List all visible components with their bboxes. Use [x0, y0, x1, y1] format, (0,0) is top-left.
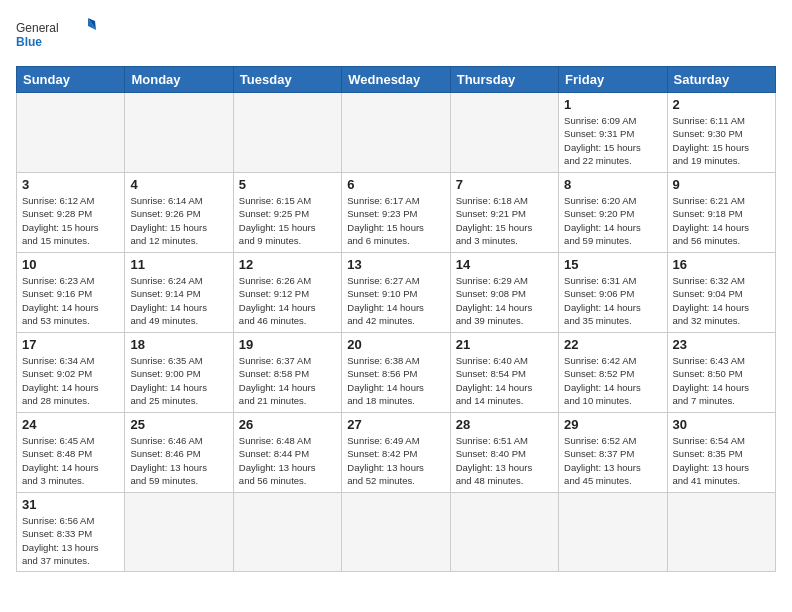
day-info: Sunrise: 6:38 AM Sunset: 8:56 PM Dayligh…	[347, 354, 444, 407]
calendar-cell: 31Sunrise: 6:56 AM Sunset: 8:33 PM Dayli…	[17, 493, 125, 572]
day-number: 17	[22, 337, 119, 352]
day-info: Sunrise: 6:24 AM Sunset: 9:14 PM Dayligh…	[130, 274, 227, 327]
day-info: Sunrise: 6:45 AM Sunset: 8:48 PM Dayligh…	[22, 434, 119, 487]
calendar-cell: 29Sunrise: 6:52 AM Sunset: 8:37 PM Dayli…	[559, 413, 667, 493]
calendar-cell	[342, 93, 450, 173]
day-info: Sunrise: 6:21 AM Sunset: 9:18 PM Dayligh…	[673, 194, 770, 247]
weekday-header-saturday: Saturday	[667, 67, 775, 93]
calendar-cell: 10Sunrise: 6:23 AM Sunset: 9:16 PM Dayli…	[17, 253, 125, 333]
weekday-header-sunday: Sunday	[17, 67, 125, 93]
weekday-header-thursday: Thursday	[450, 67, 558, 93]
day-info: Sunrise: 6:37 AM Sunset: 8:58 PM Dayligh…	[239, 354, 336, 407]
day-info: Sunrise: 6:46 AM Sunset: 8:46 PM Dayligh…	[130, 434, 227, 487]
calendar-cell: 6Sunrise: 6:17 AM Sunset: 9:23 PM Daylig…	[342, 173, 450, 253]
svg-text:Blue: Blue	[16, 35, 42, 49]
calendar-cell: 16Sunrise: 6:32 AM Sunset: 9:04 PM Dayli…	[667, 253, 775, 333]
day-number: 11	[130, 257, 227, 272]
weekday-header-friday: Friday	[559, 67, 667, 93]
calendar-cell: 21Sunrise: 6:40 AM Sunset: 8:54 PM Dayli…	[450, 333, 558, 413]
day-info: Sunrise: 6:56 AM Sunset: 8:33 PM Dayligh…	[22, 514, 119, 567]
day-number: 21	[456, 337, 553, 352]
day-info: Sunrise: 6:11 AM Sunset: 9:30 PM Dayligh…	[673, 114, 770, 167]
day-info: Sunrise: 6:20 AM Sunset: 9:20 PM Dayligh…	[564, 194, 661, 247]
calendar-cell: 22Sunrise: 6:42 AM Sunset: 8:52 PM Dayli…	[559, 333, 667, 413]
calendar-cell: 4Sunrise: 6:14 AM Sunset: 9:26 PM Daylig…	[125, 173, 233, 253]
calendar-cell: 9Sunrise: 6:21 AM Sunset: 9:18 PM Daylig…	[667, 173, 775, 253]
day-number: 28	[456, 417, 553, 432]
day-number: 27	[347, 417, 444, 432]
calendar-cell	[125, 93, 233, 173]
day-info: Sunrise: 6:29 AM Sunset: 9:08 PM Dayligh…	[456, 274, 553, 327]
day-info: Sunrise: 6:54 AM Sunset: 8:35 PM Dayligh…	[673, 434, 770, 487]
week-row-6: 31Sunrise: 6:56 AM Sunset: 8:33 PM Dayli…	[17, 493, 776, 572]
calendar-table: SundayMondayTuesdayWednesdayThursdayFrid…	[16, 66, 776, 572]
calendar-cell	[342, 493, 450, 572]
day-info: Sunrise: 6:49 AM Sunset: 8:42 PM Dayligh…	[347, 434, 444, 487]
calendar-cell: 17Sunrise: 6:34 AM Sunset: 9:02 PM Dayli…	[17, 333, 125, 413]
day-number: 25	[130, 417, 227, 432]
day-number: 5	[239, 177, 336, 192]
day-number: 7	[456, 177, 553, 192]
calendar-cell: 1Sunrise: 6:09 AM Sunset: 9:31 PM Daylig…	[559, 93, 667, 173]
weekday-header-wednesday: Wednesday	[342, 67, 450, 93]
weekday-header-tuesday: Tuesday	[233, 67, 341, 93]
day-info: Sunrise: 6:34 AM Sunset: 9:02 PM Dayligh…	[22, 354, 119, 407]
calendar-cell: 3Sunrise: 6:12 AM Sunset: 9:28 PM Daylig…	[17, 173, 125, 253]
day-info: Sunrise: 6:12 AM Sunset: 9:28 PM Dayligh…	[22, 194, 119, 247]
calendar-cell	[233, 93, 341, 173]
calendar-cell: 23Sunrise: 6:43 AM Sunset: 8:50 PM Dayli…	[667, 333, 775, 413]
day-number: 3	[22, 177, 119, 192]
day-number: 12	[239, 257, 336, 272]
week-row-2: 3Sunrise: 6:12 AM Sunset: 9:28 PM Daylig…	[17, 173, 776, 253]
day-info: Sunrise: 6:27 AM Sunset: 9:10 PM Dayligh…	[347, 274, 444, 327]
day-number: 29	[564, 417, 661, 432]
weekday-header-row: SundayMondayTuesdayWednesdayThursdayFrid…	[17, 67, 776, 93]
calendar-cell: 13Sunrise: 6:27 AM Sunset: 9:10 PM Dayli…	[342, 253, 450, 333]
day-info: Sunrise: 6:14 AM Sunset: 9:26 PM Dayligh…	[130, 194, 227, 247]
calendar-cell: 19Sunrise: 6:37 AM Sunset: 8:58 PM Dayli…	[233, 333, 341, 413]
calendar-cell: 28Sunrise: 6:51 AM Sunset: 8:40 PM Dayli…	[450, 413, 558, 493]
calendar-cell: 20Sunrise: 6:38 AM Sunset: 8:56 PM Dayli…	[342, 333, 450, 413]
day-number: 13	[347, 257, 444, 272]
calendar-cell: 24Sunrise: 6:45 AM Sunset: 8:48 PM Dayli…	[17, 413, 125, 493]
day-number: 8	[564, 177, 661, 192]
calendar-cell: 11Sunrise: 6:24 AM Sunset: 9:14 PM Dayli…	[125, 253, 233, 333]
calendar-cell	[125, 493, 233, 572]
day-info: Sunrise: 6:18 AM Sunset: 9:21 PM Dayligh…	[456, 194, 553, 247]
calendar-header: General Blue	[16, 16, 776, 56]
day-number: 9	[673, 177, 770, 192]
logo: General Blue	[16, 16, 96, 56]
week-row-1: 1Sunrise: 6:09 AM Sunset: 9:31 PM Daylig…	[17, 93, 776, 173]
day-number: 16	[673, 257, 770, 272]
day-info: Sunrise: 6:48 AM Sunset: 8:44 PM Dayligh…	[239, 434, 336, 487]
day-number: 10	[22, 257, 119, 272]
calendar-cell: 18Sunrise: 6:35 AM Sunset: 9:00 PM Dayli…	[125, 333, 233, 413]
day-info: Sunrise: 6:17 AM Sunset: 9:23 PM Dayligh…	[347, 194, 444, 247]
calendar-cell	[17, 93, 125, 173]
day-number: 1	[564, 97, 661, 112]
calendar-cell: 7Sunrise: 6:18 AM Sunset: 9:21 PM Daylig…	[450, 173, 558, 253]
day-info: Sunrise: 6:40 AM Sunset: 8:54 PM Dayligh…	[456, 354, 553, 407]
day-number: 15	[564, 257, 661, 272]
day-number: 20	[347, 337, 444, 352]
day-info: Sunrise: 6:15 AM Sunset: 9:25 PM Dayligh…	[239, 194, 336, 247]
calendar-cell: 15Sunrise: 6:31 AM Sunset: 9:06 PM Dayli…	[559, 253, 667, 333]
logo-svg: General Blue	[16, 16, 96, 56]
calendar-cell	[450, 93, 558, 173]
calendar-cell: 2Sunrise: 6:11 AM Sunset: 9:30 PM Daylig…	[667, 93, 775, 173]
day-number: 6	[347, 177, 444, 192]
calendar-cell	[667, 493, 775, 572]
day-number: 22	[564, 337, 661, 352]
day-info: Sunrise: 6:26 AM Sunset: 9:12 PM Dayligh…	[239, 274, 336, 327]
calendar-cell: 14Sunrise: 6:29 AM Sunset: 9:08 PM Dayli…	[450, 253, 558, 333]
day-info: Sunrise: 6:31 AM Sunset: 9:06 PM Dayligh…	[564, 274, 661, 327]
weekday-header-monday: Monday	[125, 67, 233, 93]
week-row-3: 10Sunrise: 6:23 AM Sunset: 9:16 PM Dayli…	[17, 253, 776, 333]
calendar-cell	[559, 493, 667, 572]
day-number: 14	[456, 257, 553, 272]
day-number: 2	[673, 97, 770, 112]
day-number: 31	[22, 497, 119, 512]
calendar-cell	[233, 493, 341, 572]
day-info: Sunrise: 6:52 AM Sunset: 8:37 PM Dayligh…	[564, 434, 661, 487]
day-number: 4	[130, 177, 227, 192]
